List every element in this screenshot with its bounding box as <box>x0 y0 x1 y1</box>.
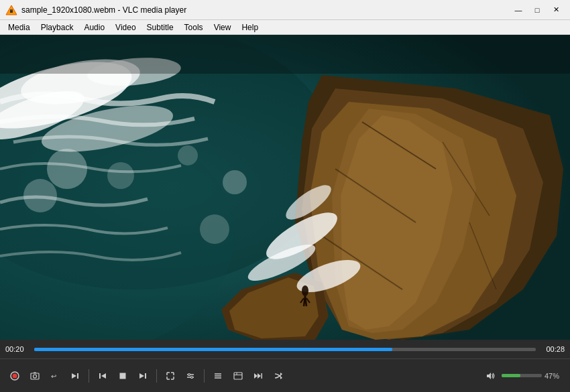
svg-marker-62 <box>258 373 261 379</box>
svg-point-31 <box>223 170 247 194</box>
separator-1 <box>89 369 89 383</box>
svg-rect-50 <box>145 373 146 379</box>
playlist-button[interactable] <box>209 367 227 385</box>
volume-area: 47% <box>483 368 565 384</box>
svg-point-53 <box>188 373 190 375</box>
svg-marker-61 <box>254 373 258 379</box>
svg-point-30 <box>178 145 198 166</box>
video-area[interactable] <box>0 35 570 340</box>
menu-help[interactable]: Help <box>236 20 264 34</box>
svg-rect-33 <box>0 35 570 74</box>
svg-rect-45 <box>77 373 78 379</box>
svg-rect-48 <box>120 373 126 379</box>
time-total: 00:28 <box>541 345 565 353</box>
seek-bar[interactable] <box>34 348 536 351</box>
time-current: 00:20 <box>5 345 29 353</box>
menu-tools[interactable]: Tools <box>179 20 209 34</box>
svg-point-28 <box>23 179 57 212</box>
svg-marker-44 <box>72 373 76 379</box>
menu-audio[interactable]: Audio <box>78 20 110 34</box>
loop-ab-button[interactable]: ↩ <box>46 367 64 385</box>
menu-media[interactable]: Media <box>3 20 36 34</box>
stop-button[interactable] <box>113 367 132 385</box>
next-button[interactable] <box>133 367 152 385</box>
close-button[interactable]: ✕ <box>547 3 565 17</box>
menu-video[interactable]: Video <box>110 20 141 34</box>
prev-button[interactable] <box>93 367 112 385</box>
frame-advance-button[interactable] <box>66 367 84 385</box>
svg-point-27 <box>47 149 87 189</box>
vlc-logo-icon <box>5 4 17 16</box>
extended-settings-button[interactable] <box>229 367 247 385</box>
window-title: sample_1920x1080.webm - VLC media player <box>21 5 510 15</box>
svg-point-29 <box>107 162 134 189</box>
seek-bar-fill <box>34 348 392 351</box>
svg-point-54 <box>191 376 193 378</box>
svg-point-42 <box>34 375 37 378</box>
effects-button[interactable] <box>181 367 200 385</box>
maximize-button[interactable]: □ <box>528 3 546 17</box>
video-content <box>0 35 570 340</box>
separator-3 <box>204 369 205 383</box>
random-button[interactable] <box>269 367 288 385</box>
svg-rect-2 <box>11 9 13 10</box>
svg-rect-46 <box>99 373 101 379</box>
minimize-button[interactable]: — <box>510 3 527 17</box>
svg-marker-47 <box>101 373 106 379</box>
svg-rect-63 <box>262 373 263 379</box>
svg-text:↩: ↩ <box>51 373 56 380</box>
svg-marker-66 <box>487 373 491 379</box>
fullscreen-button[interactable] <box>161 367 180 385</box>
svg-rect-41 <box>31 373 39 379</box>
controls-area: ↩ <box>0 358 570 392</box>
window-controls: — □ ✕ <box>510 3 565 17</box>
frame-by-frame-button[interactable] <box>249 367 268 385</box>
volume-button[interactable] <box>483 368 499 384</box>
separator-2 <box>156 369 157 383</box>
svg-rect-58 <box>234 373 242 379</box>
svg-point-32 <box>200 214 229 244</box>
title-bar: sample_1920x1080.webm - VLC media player… <box>0 0 570 20</box>
volume-percent: 47% <box>545 372 565 380</box>
svg-point-40 <box>13 373 17 378</box>
snapshot-button[interactable] <box>25 367 44 385</box>
menu-view[interactable]: View <box>209 20 237 34</box>
volume-slider[interactable] <box>502 374 542 377</box>
record-button[interactable] <box>5 367 24 385</box>
seek-bar-area: 00:20 00:28 <box>0 340 570 358</box>
svg-point-34 <box>302 285 308 296</box>
volume-slider-fill <box>502 374 520 377</box>
menu-playback[interactable]: Playback <box>36 20 79 34</box>
menu-subtitle[interactable]: Subtitle <box>141 20 179 34</box>
menu-bar: Media Playback Audio Video Subtitle Tool… <box>0 20 570 35</box>
svg-marker-49 <box>139 373 144 379</box>
